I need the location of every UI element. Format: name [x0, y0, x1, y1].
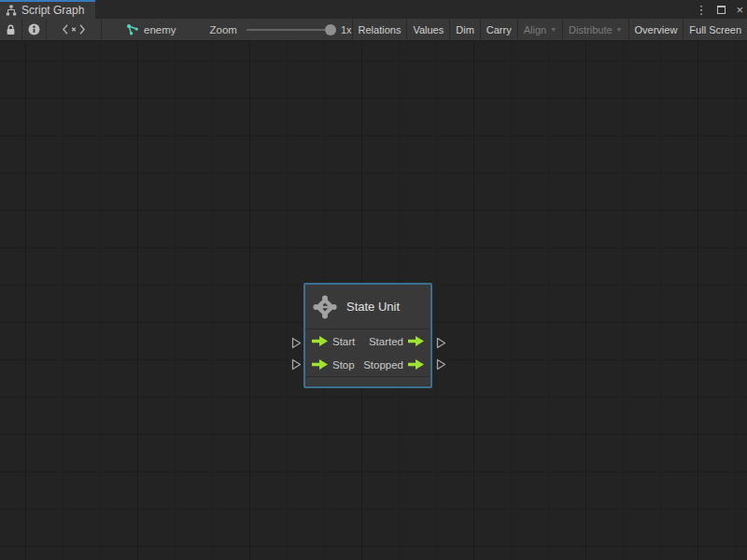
input-port-stop[interactable]: Stop: [312, 359, 355, 371]
script-graph-window: Script Graph ⋮ ×: [0, 0, 747, 560]
port-label: Started: [369, 336, 403, 347]
tab-script-graph[interactable]: Script Graph: [0, 0, 95, 19]
output-port-stopped[interactable]: Stopped: [363, 359, 424, 371]
overview-button[interactable]: Overview: [628, 19, 684, 40]
toolbar-separator: [101, 19, 102, 40]
carry-button[interactable]: Carry: [480, 19, 517, 40]
flow-arrow-icon: [408, 336, 424, 346]
chevron-down-icon: ▼: [550, 26, 557, 33]
info-button[interactable]: [22, 19, 46, 40]
graph-toolbar: enemy Zoom 1x Relations Values Dim Carry…: [0, 19, 747, 41]
graph-breadcrumb-enemy[interactable]: enemy: [126, 19, 176, 40]
close-icon[interactable]: ×: [736, 4, 743, 16]
graph-hierarchy-icon: [6, 5, 17, 16]
info-icon: [28, 23, 40, 35]
port-row: Start Started: [305, 329, 430, 353]
values-button[interactable]: Values: [406, 19, 449, 40]
zoom-control: Zoom 1x: [210, 19, 352, 40]
node-title: State Unit: [346, 300, 400, 314]
chevron-down-icon: ▼: [616, 26, 623, 33]
flow-connector-triangle-icon[interactable]: [291, 337, 302, 349]
maximize-icon[interactable]: [717, 6, 726, 14]
tab-title: Script Graph: [21, 4, 84, 17]
distribute-dropdown-button[interactable]: Distribute ▼: [562, 19, 627, 40]
full-screen-button[interactable]: Full Screen: [683, 19, 747, 40]
window-controls: ⋮ ×: [695, 0, 743, 19]
toolbar-button-group: Relations Values Dim Carry Align ▼ Distr…: [352, 19, 747, 40]
lock-icon: [6, 24, 16, 35]
input-port-start[interactable]: Start: [312, 336, 355, 347]
script-graph-asset-icon: [126, 23, 139, 35]
node-header[interactable]: State Unit: [305, 285, 430, 329]
port-label: Stop: [332, 359, 355, 371]
dim-button[interactable]: Dim: [449, 19, 480, 40]
zoom-slider-track[interactable]: [247, 29, 332, 31]
code-brackets-icon: [63, 24, 85, 35]
zoom-slider-handle[interactable]: [325, 24, 336, 35]
align-dropdown-button[interactable]: Align ▼: [517, 19, 562, 40]
flow-arrow-icon: [312, 359, 328, 370]
port-row: Stop Stopped: [305, 353, 430, 376]
flow-connector-triangle-icon[interactable]: [436, 337, 446, 349]
relations-button[interactable]: Relations: [352, 19, 407, 40]
graph-canvas[interactable]: State Unit Start Started: [0, 41, 747, 560]
menu-icon[interactable]: ⋮: [695, 4, 707, 16]
output-port-started[interactable]: Started: [369, 336, 424, 347]
port-label: Stopped: [363, 359, 403, 371]
code-preview-toggle-button[interactable]: [47, 19, 101, 40]
tab-bar: Script Graph ⋮ ×: [0, 0, 747, 19]
graph-name-label: enemy: [144, 24, 176, 35]
node-ports: Start Started Stop: [305, 329, 430, 376]
node-footer: [305, 376, 430, 385]
flow-arrow-icon: [408, 359, 424, 370]
zoom-value: 1x: [341, 24, 352, 35]
state-unit-icon: [313, 295, 337, 319]
lock-button[interactable]: [0, 19, 21, 40]
port-label: Start: [332, 336, 355, 347]
flow-arrow-icon: [312, 336, 328, 346]
state-unit-node[interactable]: State Unit Start Started: [303, 283, 432, 388]
flow-connector-triangle-icon[interactable]: [291, 358, 302, 371]
zoom-label: Zoom: [210, 24, 237, 35]
flow-connector-triangle-icon[interactable]: [436, 358, 446, 371]
